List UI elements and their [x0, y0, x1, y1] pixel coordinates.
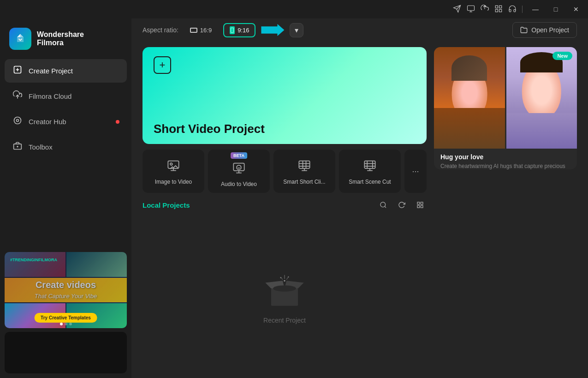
svg-rect-3 — [495, 9, 498, 12]
toolbox-label: Toolbox — [29, 143, 53, 151]
smart-short-clip-icon — [298, 159, 311, 175]
empty-box-icon — [261, 268, 308, 309]
dot-3 — [69, 323, 72, 325]
svg-point-15 — [380, 202, 386, 207]
sidebar-item-creator-hub[interactable]: Creator Hub — [5, 110, 127, 133]
create-project-icon — [13, 65, 22, 77]
chevron-down-icon: ▾ — [295, 26, 298, 35]
promo-title: Hug your love — [440, 153, 570, 161]
send-icon[interactable] — [453, 5, 461, 14]
main-content: Aspect ratio: 16:9 9:16 — [131, 18, 588, 378]
right-panel: New Hug your love Create heartwarming AI… — [434, 47, 577, 372]
cloud-icon — [13, 90, 22, 102]
empty-text: Recent Project — [263, 317, 306, 324]
thumb-cta[interactable]: Try Creative Templates — [34, 313, 97, 323]
landscape-icon — [190, 28, 197, 33]
logo-section: Wondershare Filmora — [0, 18, 131, 59]
svg-rect-4 — [499, 9, 502, 12]
beta-badge: BETA — [231, 152, 247, 159]
short-video-project-card[interactable]: + Short Video Project — [143, 47, 427, 144]
grid-icon[interactable] — [494, 5, 503, 14]
toolbox-icon — [13, 141, 22, 153]
ratio-9-16-button[interactable]: 9:16 — [223, 23, 255, 37]
app-body: Wondershare Filmora Create Project Filmo… — [0, 18, 588, 378]
svg-rect-16 — [417, 202, 420, 204]
filmora-cloud-label: Filmora Cloud — [29, 92, 71, 100]
smart-short-clip-tool[interactable]: Smart Short Cli... — [273, 150, 335, 193]
close-button[interactable]: ✕ — [569, 2, 583, 17]
folder-icon — [520, 26, 528, 34]
nav-items: Create Project Filmora Cloud Creator Hub — [0, 59, 131, 159]
sidebar-thumbnails: Create videosThat Capture Your Vibe #TRE… — [0, 247, 131, 378]
ratio-dropdown-button[interactable]: ▾ — [290, 23, 303, 37]
headset-icon[interactable] — [508, 5, 517, 14]
sidebar-item-create-project[interactable]: Create Project — [5, 59, 127, 83]
ratio-16-9-label: 16:9 — [200, 27, 212, 34]
svg-rect-18 — [417, 205, 420, 208]
plus-icon: + — [154, 56, 171, 74]
creator-hub-icon — [13, 116, 22, 127]
titlebar-divider — [522, 6, 523, 13]
svg-rect-14 — [364, 161, 375, 168]
sidebar-item-filmora-cloud[interactable]: Filmora Cloud — [5, 84, 127, 108]
smart-scene-cut-tool[interactable]: Smart Scene Cut — [339, 150, 401, 193]
left-content: + Short Video Project Image to Video BET… — [143, 47, 427, 372]
promo-thumbnail-2[interactable] — [5, 332, 127, 373]
section-header: Local Projects — [143, 198, 427, 211]
svg-rect-19 — [421, 205, 423, 208]
audio-to-video-tool[interactable]: BETA Audio to Video — [208, 150, 270, 193]
image-to-video-label: Image to Video — [155, 179, 192, 185]
promo-thumbnail-1[interactable]: Create videosThat Capture Your Vibe #TRE… — [5, 252, 127, 328]
empty-state: Recent Project — [143, 219, 427, 372]
cloud-upload-icon[interactable] — [481, 5, 489, 14]
minimize-button[interactable]: — — [528, 2, 543, 17]
audio-to-video-icon — [232, 162, 245, 177]
ratio-16-9-button[interactable]: 16:9 — [184, 24, 218, 36]
svg-line-27 — [281, 277, 283, 280]
smart-short-clip-label: Smart Short Cli... — [283, 179, 325, 185]
promo-card[interactable]: New Hug your love Create heartwarming AI… — [434, 47, 577, 169]
create-project-label: Create Project — [29, 67, 73, 75]
sidebar-item-toolbox[interactable]: Toolbox — [5, 135, 127, 159]
svg-point-11 — [170, 163, 172, 165]
smart-scene-cut-label: Smart Scene Cut — [349, 179, 391, 185]
arrow-indicator — [261, 24, 284, 36]
arrow-shape — [261, 24, 284, 36]
app-logo — [9, 28, 31, 50]
svg-point-23 — [284, 280, 285, 281]
notification-dot — [116, 120, 119, 124]
smart-scene-cut-icon — [363, 159, 376, 175]
ratio-9-16-label: 9:16 — [238, 27, 249, 34]
local-projects-title: Local Projects — [143, 201, 190, 209]
svg-point-8 — [17, 120, 19, 122]
more-tools-button[interactable]: ··· — [404, 150, 427, 193]
audio-to-video-label: Audio to Video — [221, 181, 257, 187]
promo-info: Hug your love Create heartwarming AI hug… — [434, 149, 577, 169]
search-button[interactable] — [377, 198, 390, 211]
promo-desc: Create heartwarming AI hugs that capture… — [440, 162, 570, 169]
thumb-inner-1: Create videosThat Capture Your Vibe #TRE… — [5, 252, 127, 328]
svg-point-7 — [14, 117, 21, 124]
aspect-ratio-label: Aspect ratio: — [143, 26, 178, 34]
open-project-label: Open Project — [531, 26, 569, 34]
svg-rect-1 — [495, 6, 498, 8]
creator-hub-label: Creator Hub — [29, 118, 66, 126]
view-toggle-button[interactable] — [414, 198, 427, 211]
maximize-button[interactable]: □ — [548, 2, 563, 17]
feedback-icon[interactable] — [467, 5, 475, 14]
thumb-dots-1 — [60, 323, 72, 325]
svg-line-28 — [286, 277, 288, 280]
portrait-icon — [230, 26, 235, 34]
aspect-ratio-section: Aspect ratio: 16:9 9:16 — [143, 23, 303, 37]
image-to-video-tool[interactable]: Image to Video — [143, 150, 204, 193]
portrait-screen — [231, 28, 234, 33]
short-video-title: Short Video Project — [154, 123, 265, 135]
open-project-button[interactable]: Open Project — [512, 22, 577, 38]
section-actions — [377, 198, 427, 211]
titlebar: — □ ✕ — [0, 0, 588, 18]
new-badge: New — [552, 52, 572, 60]
dot-1 — [60, 323, 63, 325]
dot-2 — [65, 323, 67, 325]
refresh-button[interactable] — [395, 198, 408, 211]
top-bar: Aspect ratio: 16:9 9:16 — [131, 18, 588, 42]
